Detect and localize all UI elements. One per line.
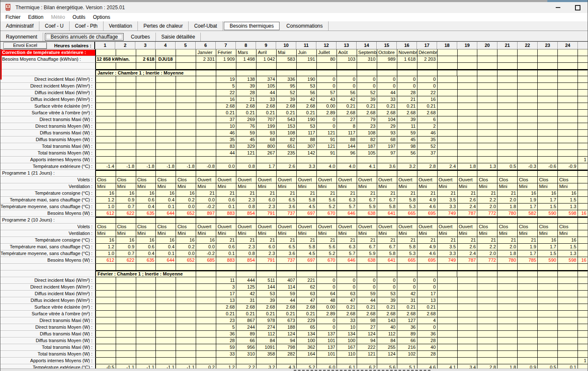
p1-ventilation-h14[interactable]: Mini [357,183,377,190]
p1-volets-h5[interactable]: Clos [176,177,196,183]
p2-ventilation-h17[interactable]: Mini [417,230,438,237]
p2-volets-h16[interactable]: Ouvert [397,224,417,230]
p2-ventilation-h19[interactable]: Mini [458,230,478,237]
p2-volets-h2[interactable]: Clos [116,224,136,230]
p2-ventilation-h11[interactable]: Mini [297,230,317,237]
p1-ventilation-h1[interactable]: Mini [96,183,116,190]
p1-ventilation-h23[interactable]: Mini [538,183,558,190]
p1-temperature-consigne-h19[interactable]: 21 [458,190,478,197]
p2-temperature-consigne-h13[interactable]: 21 [337,237,357,244]
p2-temperature-consigne-h3[interactable]: 16 [136,237,156,244]
p1-volets-h24[interactable]: Clos [558,177,578,183]
p2-ventilation-h9[interactable]: Mini [256,230,277,237]
p2-temperature-consigne-h18[interactable]: 21 [438,237,458,244]
p1-temperature-consigne-h14[interactable]: 21 [357,190,377,197]
maximize-button[interactable] [568,2,588,13]
p1-temperature-consigne-h7[interactable]: 21 [216,190,236,197]
p2-temperature-consigne-h10[interactable]: 21 [277,237,297,244]
p2-volets-h21[interactable]: Clos [497,224,518,230]
p2-volets-h23[interactable]: Clos [538,224,558,230]
p2-volets-h7[interactable]: Ouvert [216,224,236,230]
p2-temperature-consigne-h23[interactable]: 16 [538,237,558,244]
p2-ventilation-h15[interactable]: Mini [377,230,397,237]
p1-volets-h20[interactable]: Clos [477,177,497,183]
p1-volets-h23[interactable]: Clos [538,177,558,183]
p1-ventilation-h10[interactable]: Mini [277,183,297,190]
p2-volets-h18[interactable]: Ouvert [438,224,458,230]
p1-temperature-consigne-h5[interactable]: 16 [176,190,196,197]
p2-temperature-consigne-h22[interactable]: 21 [518,237,538,244]
p1-volets-h13[interactable]: Ouvert [337,177,357,183]
p2-ventilation-h8[interactable]: Mini [236,230,256,237]
p1-volets-h18[interactable]: Ouvert [438,177,458,183]
p2-volets-h12[interactable]: Ouvert [317,224,337,230]
tab-besoins-annuels-de-chauffage[interactable]: Besoins annuels de chauffage [45,33,124,41]
p1-volets-h2[interactable]: Clos [116,177,136,183]
p1-temperature-consigne-h11[interactable]: 21 [297,190,317,197]
p2-volets-h9[interactable]: Ouvert [256,224,277,230]
p1-ventilation-h6[interactable]: Mini [196,183,216,190]
p2-volets-h17[interactable]: Ouvert [417,224,438,230]
p1-volets-h16[interactable]: Ouvert [397,177,417,183]
p1-ventilation-h24[interactable]: Mini [558,183,578,190]
p1-temperature-consigne-h9[interactable]: 21 [256,190,277,197]
tab-administratif[interactable]: Administratif [0,21,39,31]
p1-temperature-consigne-h10[interactable]: 21 [277,190,297,197]
p1-volets-h8[interactable]: Ouvert [236,177,256,183]
p2-temperature-consigne-h8[interactable]: 21 [236,237,256,244]
p2-temperature-consigne-h4[interactable]: 16 [156,237,176,244]
p1-temperature-consigne-h1[interactable]: 16 [96,190,116,197]
p1-ventilation-h5[interactable]: Mini [176,183,196,190]
p1-volets-h22[interactable]: Clos [518,177,538,183]
p1-volets-h19[interactable]: Ouvert [458,177,478,183]
p1-ventilation-h16[interactable]: Mini [397,183,417,190]
p1-temperature-consigne-h17[interactable]: 21 [417,190,438,197]
p1-volets-h10[interactable]: Ouvert [277,177,297,183]
p1-ventilation-h11[interactable]: Mini [297,183,317,190]
p2-volets-h19[interactable]: Ouvert [458,224,478,230]
p1-temperature-consigne-h24[interactable]: 16 [558,190,578,197]
tab-besoins-thermiques[interactable]: Besoins thermiques [224,22,280,30]
p1-volets-h6[interactable]: Ouvert [196,177,216,183]
p1-temperature-consigne-h2[interactable]: 16 [116,190,136,197]
p1-temperature-consigne-h21[interactable]: 21 [497,190,518,197]
p2-ventilation-h20[interactable]: Mini [477,230,497,237]
p1-volets-h15[interactable]: Ouvert [377,177,397,183]
p1-volets-h1[interactable]: Clos [96,177,116,183]
p2-temperature-consigne-h20[interactable]: 21 [477,237,497,244]
p2-temperature-consigne-h2[interactable]: 16 [116,237,136,244]
p1-temperature-consigne-h6[interactable]: 21 [196,190,216,197]
p1-temperature-consigne-h8[interactable]: 21 [236,190,256,197]
p1-ventilation-h8[interactable]: Mini [236,183,256,190]
p2-temperature-consigne-h1[interactable]: 16 [96,237,116,244]
p2-volets-h1[interactable]: Clos [96,224,116,230]
tab-rayonnement[interactable]: Rayonnement [0,33,43,41]
p1-volets-h11[interactable]: Ouvert [297,177,317,183]
p1-volets-h12[interactable]: Ouvert [317,177,337,183]
envoi-excel-button[interactable]: Envoi Excel [3,42,47,49]
p1-temperature-consigne-h23[interactable]: 16 [538,190,558,197]
p1-temperature-consigne-h3[interactable]: 16 [136,190,156,197]
p2-ventilation-h14[interactable]: Mini [357,230,377,237]
tab-coef-ubat[interactable]: Coef-Ubat [189,21,223,31]
p1-temperature-consigne-h16[interactable]: 21 [397,190,417,197]
p1-ventilation-h7[interactable]: Mini [216,183,236,190]
p2-ventilation-h22[interactable]: Mini [518,230,538,237]
p2-ventilation-h18[interactable]: Mini [438,230,458,237]
p2-ventilation-h4[interactable]: Mini [156,230,176,237]
p2-volets-h5[interactable]: Clos [176,224,196,230]
minimize-button[interactable] [548,2,568,13]
tab-ventilation[interactable]: Ventilation [104,21,138,31]
p2-temperature-consigne-h11[interactable]: 21 [297,237,317,244]
p2-volets-h20[interactable]: Clos [477,224,497,230]
p2-temperature-consigne-h5[interactable]: 16 [176,237,196,244]
p1-temperature-consigne-h12[interactable]: 21 [317,190,337,197]
p2-ventilation-h1[interactable]: Mini [96,230,116,237]
p1-volets-h4[interactable]: Clos [156,177,176,183]
p1-temperature-consigne-h22[interactable]: 16 [518,190,538,197]
p1-volets-h7[interactable]: Ouvert [216,177,236,183]
p2-temperature-consigne-h9[interactable]: 21 [256,237,277,244]
p2-temperature-consigne-h6[interactable]: 16 [196,237,216,244]
p1-temperature-consigne-h20[interactable]: 21 [477,190,497,197]
p2-ventilation-h16[interactable]: Mini [397,230,417,237]
